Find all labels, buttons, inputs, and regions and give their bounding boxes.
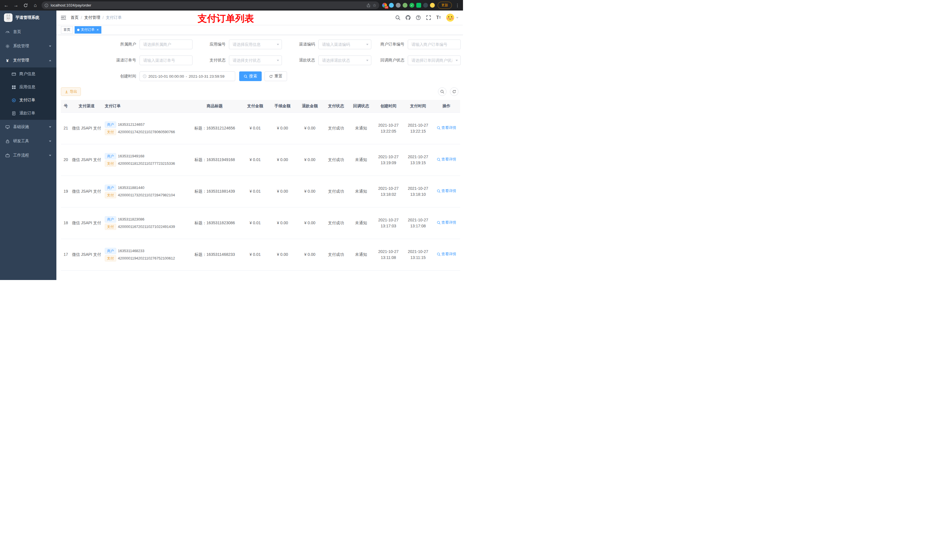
column-header: 手续金额 <box>269 100 296 112</box>
pay-channel <box>71 270 103 280</box>
sidebar-item-system[interactable]: 系统管理 <box>0 39 56 53</box>
back-icon[interactable]: ← <box>3 2 10 9</box>
extension-icon-green[interactable] <box>402 3 407 8</box>
filter-row-2: 渠道订单号 支付状态 退款状态 回调商户状态 <box>61 56 458 65</box>
font-size-icon[interactable]: TT <box>436 15 441 20</box>
sidebar-item-pay-order[interactable]: 支付订单 <box>0 94 56 107</box>
extension-icon-check[interactable]: ✓ <box>410 3 414 8</box>
tab-pay-order[interactable]: 支付订单 × <box>75 26 101 33</box>
tags-view: 首页 支付订单 × <box>56 25 463 35</box>
bookmark-star-icon[interactable]: ☆ <box>373 3 377 8</box>
search-icon <box>440 90 444 94</box>
app-id-filter: 应用编号 <box>192 39 282 49</box>
view-detail-label: 查看详情 <box>441 220 456 225</box>
site-info-icon[interactable] <box>44 3 48 8</box>
breadcrumb-payment[interactable]: 支付管理 <box>84 15 100 20</box>
close-icon[interactable]: × <box>96 28 99 32</box>
extension-icon-chat[interactable] <box>416 3 421 8</box>
merchant-order-no-filter: 商户订单编号 <box>371 39 461 49</box>
share-icon[interactable] <box>366 3 371 8</box>
channel-code-filter-input[interactable] <box>318 39 371 49</box>
pay-amount: ¥ 0.01 <box>242 112 269 144</box>
merchant-order-no: 1635311823086 <box>118 217 144 222</box>
pay-amount: ¥ 0.01 <box>242 144 269 175</box>
hamburger-icon[interactable] <box>61 15 66 20</box>
refresh-icon <box>269 74 273 78</box>
table-row: 19 微信 JSAPI 支付 商户1635311881440 支付4200001… <box>61 175 460 207</box>
merchant-tag: 商户 <box>105 185 116 191</box>
table-row: 21 微信 JSAPI 支付 商户1635312124657 支付4200001… <box>61 112 460 144</box>
address-bar[interactable]: localhost:1024/pay/order ☆ <box>42 2 379 9</box>
sidebar-item-refund-order[interactable]: 退款订单 <box>0 107 56 120</box>
app-id-filter-input[interactable] <box>229 39 282 49</box>
sidebar-item-workflow[interactable]: 工作流程 <box>0 148 56 163</box>
user-avatar[interactable] <box>446 14 458 22</box>
view-detail-link[interactable]: 查看详情 <box>437 157 456 162</box>
tab-home[interactable]: 首页 <box>61 26 73 33</box>
extension-icon-gray[interactable] <box>396 3 401 8</box>
chevron-down-icon <box>49 45 51 47</box>
create-time: 2021-10-27 13:11:08 <box>374 239 403 270</box>
view-detail-link[interactable]: 查看详情 <box>437 125 456 131</box>
search-icon[interactable] <box>395 15 400 20</box>
sidebar-item-infra[interactable]: 基础设施 <box>0 120 56 134</box>
pay-tag: 支付 <box>105 255 116 261</box>
view-detail-link[interactable]: 查看详情 <box>437 220 456 225</box>
view-detail-link[interactable]: 查看详情 <box>437 188 456 194</box>
browser-update-button[interactable]: 更新 <box>438 2 452 9</box>
breadcrumb-home[interactable]: 首页 <box>71 15 79 20</box>
pay-order-cell: 商户1635311468233 支付4200001194202110276752… <box>103 239 188 270</box>
home-icon[interactable]: ⌂ <box>32 2 39 9</box>
merchant-filter-input[interactable] <box>139 39 192 49</box>
sidebar-item-label: 支付订单 <box>20 98 35 103</box>
extension-icon-colors[interactable]: 10 <box>382 3 387 8</box>
pay-status-filter: 支付状态 <box>192 56 282 65</box>
yen-icon: ¥ <box>5 58 10 63</box>
pay-channel: 微信 JSAPI 支付 <box>71 112 103 144</box>
browser-menu-icon[interactable]: ⋮ <box>455 3 460 8</box>
reload-icon[interactable] <box>22 2 29 9</box>
reset-button[interactable]: 重置 <box>265 71 287 81</box>
sidebar-item-devtools[interactable]: 研发工具 <box>0 134 56 148</box>
export-button[interactable]: 导出 <box>61 88 81 96</box>
extension-icon-face[interactable] <box>430 3 435 8</box>
merchant-order-no-input[interactable] <box>408 39 461 49</box>
dashboard-icon <box>5 30 10 34</box>
create-time-range-picker[interactable]: 2021-10-01 00:00:00 - 2021-10-31 23:59:5… <box>139 71 235 81</box>
github-icon[interactable] <box>406 15 411 20</box>
pay-status: 支付成功 <box>324 239 348 270</box>
table-toolbar: 导出 <box>61 88 458 96</box>
sidebar-item-app-info[interactable]: 应用信息 <box>0 80 56 94</box>
chevron-down-icon <box>49 140 51 142</box>
help-icon[interactable] <box>416 15 421 20</box>
channel-order-no-input[interactable] <box>139 56 192 65</box>
date-start-value: 2021-10-01 00:00:00 <box>148 74 184 78</box>
extension-icon-blue[interactable] <box>389 3 394 8</box>
toggle-search-button[interactable] <box>438 88 446 96</box>
filter-label: 渠道订单号 <box>103 58 139 63</box>
forward-icon[interactable]: → <box>12 2 20 9</box>
pay-tag: 支付 <box>105 223 116 230</box>
sidebar-item-home[interactable]: 首页 <box>0 25 56 39</box>
refund-amount: ¥ 0.00 <box>296 175 324 207</box>
create-time-filter: 创建时间 2021-10-01 00:00:00 - 2021-10-31 23… <box>103 71 235 81</box>
download-icon <box>65 90 68 94</box>
sidebar-item-label: 系统管理 <box>13 44 29 49</box>
sidebar-item-payment[interactable]: ¥ 支付管理 <box>0 53 56 68</box>
pay-status: 支付成功 <box>324 207 348 239</box>
extension-icon-dark[interactable] <box>423 3 428 8</box>
callback-status-select[interactable] <box>408 56 461 65</box>
sidebar-item-merchant-info[interactable]: 商户信息 <box>0 68 56 80</box>
view-detail-link[interactable]: 查看详情 <box>437 251 456 257</box>
pay-order-no: 4200001194202110276752100612 <box>118 255 175 261</box>
product-title: 标题：1635311468233 <box>188 239 242 270</box>
refresh-icon <box>452 90 456 94</box>
merchant-order-no: 1635311468233 <box>118 248 144 254</box>
create-time: 2021-10-27 13:19:09 <box>374 144 403 175</box>
refresh-table-button[interactable] <box>450 88 458 96</box>
filter-label: 所属商户 <box>103 42 139 47</box>
pay-status-select[interactable] <box>229 56 282 65</box>
refund-status-select[interactable] <box>318 56 371 65</box>
fullscreen-icon[interactable] <box>426 15 431 20</box>
search-button[interactable]: 搜索 <box>239 71 262 81</box>
